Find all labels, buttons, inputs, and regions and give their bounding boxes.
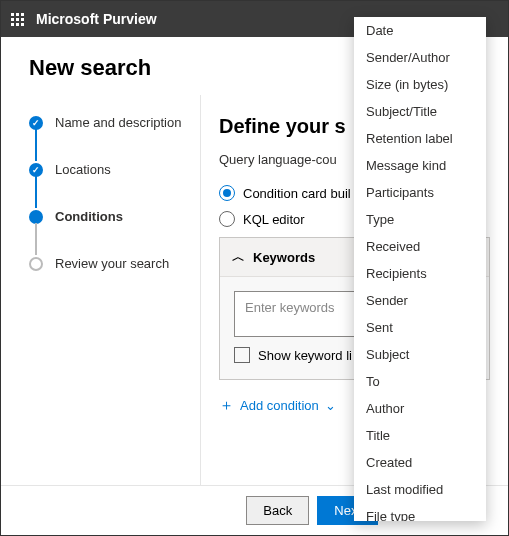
dropdown-item-to[interactable]: To bbox=[354, 368, 486, 395]
dropdown-item-size[interactable]: Size (in bytes) bbox=[354, 71, 486, 98]
chevron-down-icon: ⌄ bbox=[325, 398, 336, 413]
plus-icon: ＋ bbox=[219, 396, 234, 415]
app-launcher-icon[interactable] bbox=[11, 13, 24, 26]
dropdown-item-sent[interactable]: Sent bbox=[354, 314, 486, 341]
step-locations[interactable]: Locations bbox=[29, 162, 200, 177]
dropdown-item-received[interactable]: Received bbox=[354, 233, 486, 260]
radio-icon bbox=[219, 185, 235, 201]
brand-label: Microsoft Purview bbox=[36, 11, 157, 27]
step-current-icon bbox=[29, 210, 43, 224]
dropdown-item-subject[interactable]: Subject bbox=[354, 341, 486, 368]
checkbox-icon bbox=[234, 347, 250, 363]
condition-dropdown[interactable]: Date Sender/Author Size (in bytes) Subje… bbox=[354, 17, 486, 521]
dropdown-item-sender[interactable]: Sender bbox=[354, 287, 486, 314]
chevron-up-icon: ︿ bbox=[232, 248, 245, 266]
dropdown-item-message-kind[interactable]: Message kind bbox=[354, 152, 486, 179]
check-icon bbox=[29, 163, 43, 177]
back-button[interactable]: Back bbox=[246, 496, 309, 525]
dropdown-item-date[interactable]: Date bbox=[354, 17, 486, 44]
dropdown-item-last-modified[interactable]: Last modified bbox=[354, 476, 486, 503]
dropdown-item-participants[interactable]: Participants bbox=[354, 179, 486, 206]
step-pending-icon bbox=[29, 257, 43, 271]
wizard-steps: Name and description Locations Condition… bbox=[1, 95, 201, 485]
dropdown-item-sender-author[interactable]: Sender/Author bbox=[354, 44, 486, 71]
dropdown-item-created[interactable]: Created bbox=[354, 449, 486, 476]
step-conditions[interactable]: Conditions bbox=[29, 209, 200, 224]
radio-icon bbox=[219, 211, 235, 227]
step-name-description[interactable]: Name and description bbox=[29, 115, 200, 130]
check-icon bbox=[29, 116, 43, 130]
dropdown-item-retention-label[interactable]: Retention label bbox=[354, 125, 486, 152]
dropdown-item-title[interactable]: Title bbox=[354, 422, 486, 449]
dropdown-item-author[interactable]: Author bbox=[354, 395, 486, 422]
dropdown-item-subject-title[interactable]: Subject/Title bbox=[354, 98, 486, 125]
dropdown-item-type[interactable]: Type bbox=[354, 206, 486, 233]
dropdown-item-recipients[interactable]: Recipients bbox=[354, 260, 486, 287]
dropdown-item-file-type[interactable]: File type bbox=[354, 503, 486, 521]
step-review[interactable]: Review your search bbox=[29, 256, 200, 271]
